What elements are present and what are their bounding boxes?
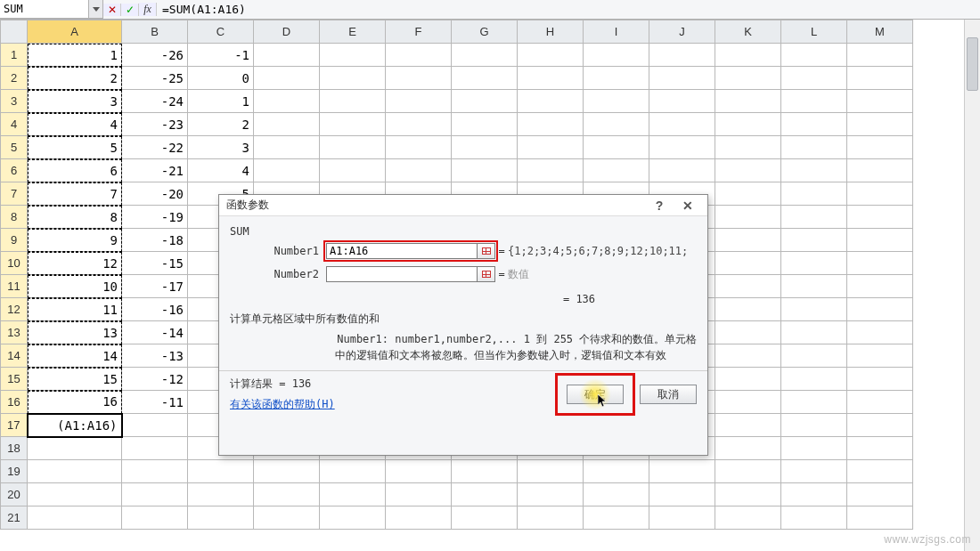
cell-L2[interactable] — [781, 67, 847, 90]
cell-M16[interactable] — [847, 391, 913, 414]
cell-A11[interactable]: 10 — [28, 275, 122, 298]
arg2-range-picker-button[interactable] — [478, 266, 495, 282]
cell-K14[interactable] — [715, 344, 781, 368]
cell-H3[interactable] — [518, 90, 584, 113]
col-header-D[interactable]: D — [254, 20, 320, 44]
row-header-9[interactable]: 9 — [1, 229, 28, 252]
cell-C21[interactable] — [188, 506, 254, 530]
cell-M7[interactable] — [847, 182, 913, 206]
col-header-G[interactable]: G — [452, 20, 518, 44]
cell-A6[interactable]: 6 — [28, 159, 122, 182]
formula-cancel-button[interactable]: ✕ — [103, 4, 121, 16]
cell-I3[interactable] — [584, 90, 649, 113]
cell-M20[interactable] — [847, 483, 913, 506]
cell-L6[interactable] — [781, 159, 847, 182]
cell-A3[interactable]: 3 — [28, 90, 122, 113]
cell-D21[interactable] — [254, 506, 320, 530]
cell-J5[interactable] — [649, 136, 715, 159]
cell-M18[interactable] — [847, 437, 913, 460]
cell-L14[interactable] — [781, 344, 847, 368]
cell-B19[interactable] — [122, 460, 188, 483]
cell-I19[interactable] — [584, 460, 649, 483]
cell-L3[interactable] — [781, 90, 847, 113]
col-header-E[interactable]: E — [320, 20, 386, 44]
col-header-L[interactable]: L — [781, 20, 847, 44]
cell-M10[interactable] — [847, 252, 913, 275]
vertical-scrollbar[interactable] — [964, 20, 980, 551]
cell-M2[interactable] — [847, 67, 913, 90]
cell-E21[interactable] — [320, 506, 386, 530]
cell-E2[interactable] — [320, 67, 386, 90]
cell-K11[interactable] — [715, 275, 781, 298]
cell-M15[interactable] — [847, 368, 913, 391]
cell-J2[interactable] — [649, 67, 715, 90]
cell-A18[interactable] — [28, 437, 122, 460]
name-box[interactable]: SUM — [0, 0, 89, 19]
cell-J21[interactable] — [649, 506, 715, 530]
col-header-K[interactable]: K — [715, 20, 781, 44]
cell-M11[interactable] — [847, 275, 913, 298]
cell-M12[interactable] — [847, 298, 913, 321]
col-header-I[interactable]: I — [584, 20, 649, 44]
insert-function-button[interactable]: fx — [139, 3, 157, 16]
cell-K21[interactable] — [715, 506, 781, 530]
cell-B7[interactable]: -20 — [122, 182, 188, 206]
cell-K5[interactable] — [715, 136, 781, 159]
cell-G21[interactable] — [452, 506, 518, 530]
cell-K18[interactable] — [715, 437, 781, 460]
row-header-7[interactable]: 7 — [1, 182, 28, 206]
row-header-5[interactable]: 5 — [1, 136, 28, 159]
cell-A8[interactable]: 8 — [28, 206, 122, 229]
cell-A21[interactable] — [28, 506, 122, 530]
cell-M14[interactable] — [847, 344, 913, 368]
cell-D3[interactable] — [254, 90, 320, 113]
row-header-2[interactable]: 2 — [1, 67, 28, 90]
row-header-1[interactable]: 1 — [1, 44, 28, 67]
cell-L12[interactable] — [781, 298, 847, 321]
cell-F19[interactable] — [386, 460, 452, 483]
cell-L1[interactable] — [781, 44, 847, 67]
arg1-range-picker-button[interactable] — [478, 243, 495, 259]
cell-G2[interactable] — [452, 67, 518, 90]
cell-D19[interactable] — [254, 460, 320, 483]
cell-H5[interactable] — [518, 136, 584, 159]
row-header-10[interactable]: 10 — [1, 252, 28, 275]
cell-K13[interactable] — [715, 321, 781, 344]
cell-B9[interactable]: -18 — [122, 229, 188, 252]
cell-H20[interactable] — [518, 483, 584, 506]
cell-A14[interactable]: 14 — [28, 344, 122, 368]
cell-G20[interactable] — [452, 483, 518, 506]
cell-K3[interactable] — [715, 90, 781, 113]
cell-B18[interactable] — [122, 437, 188, 460]
cell-A13[interactable]: 13 — [28, 321, 122, 344]
cell-B16[interactable]: -11 — [122, 391, 188, 414]
arg2-input[interactable] — [326, 266, 478, 282]
row-header-6[interactable]: 6 — [1, 159, 28, 182]
cell-M19[interactable] — [847, 460, 913, 483]
cell-J6[interactable] — [649, 159, 715, 182]
cell-L5[interactable] — [781, 136, 847, 159]
cell-A1[interactable]: 1 — [28, 44, 122, 67]
cell-D1[interactable] — [254, 44, 320, 67]
cell-L15[interactable] — [781, 368, 847, 391]
cell-I4[interactable] — [584, 113, 649, 136]
cell-A10[interactable]: 12 — [28, 252, 122, 275]
row-header-14[interactable]: 14 — [1, 344, 28, 368]
cell-L18[interactable] — [781, 437, 847, 460]
function-help-link[interactable]: 有关该函数的帮助(H) — [230, 397, 335, 412]
cell-G5[interactable] — [452, 136, 518, 159]
cell-B15[interactable]: -12 — [122, 368, 188, 391]
arg1-input[interactable] — [326, 243, 478, 259]
cell-M4[interactable] — [847, 113, 913, 136]
cell-D2[interactable] — [254, 67, 320, 90]
scrollbar-thumb[interactable] — [967, 37, 978, 91]
cell-K9[interactable] — [715, 229, 781, 252]
row-header-19[interactable]: 19 — [1, 460, 28, 483]
col-header-M[interactable]: M — [847, 20, 913, 44]
dialog-close-button[interactable]: ✕ — [675, 197, 700, 215]
cell-C20[interactable] — [188, 483, 254, 506]
cell-L13[interactable] — [781, 321, 847, 344]
cell-H6[interactable] — [518, 159, 584, 182]
cell-G1[interactable] — [452, 44, 518, 67]
cell-I20[interactable] — [584, 483, 649, 506]
